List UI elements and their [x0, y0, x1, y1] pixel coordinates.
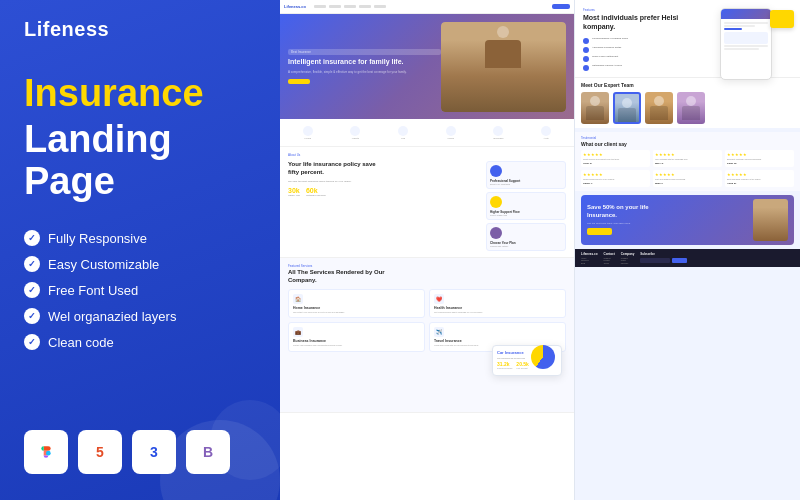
mobile-content: [721, 19, 771, 54]
nav-link-4: [359, 5, 371, 8]
circle-decoration-2: [210, 400, 290, 480]
service-card-business: 💼 Business Insurance Protect your busine…: [288, 322, 425, 352]
page-preview-left: Lifeness.co Best Insurance Intelligent i…: [280, 0, 575, 500]
hero-text-area: Best Insurance Intelligent insurance for…: [288, 49, 441, 83]
svg-point-0: [46, 451, 51, 456]
person-face: [497, 26, 509, 38]
right-panel: Lifeness.co Best Insurance Intelligent i…: [280, 0, 800, 500]
policy-stats: 30k Happy Life 60k Satisfied Services: [288, 187, 480, 197]
feature-item-4: Wel organazied layers: [24, 308, 256, 324]
nav-link-1: [314, 5, 326, 8]
policy-title: Your life insurance policy save fifty pe…: [288, 161, 388, 177]
services-grid: 🏠 Home Insurance We protect your home fr…: [288, 289, 566, 353]
home-icon: [303, 126, 313, 136]
footer-subscribe: [640, 258, 687, 263]
review-5: ★★★★★ Fast and reliable claim processing…: [653, 170, 722, 187]
stats-icon-bar: Home Health Life Travel Business: [280, 119, 574, 147]
team-member-1: [581, 92, 609, 124]
services-section: Featured Services All The Services Rende…: [280, 258, 574, 413]
auto-icon: [541, 126, 551, 136]
footer-col-lifeness: Lifeness.co About Services Blog: [581, 252, 598, 265]
home-service-icon: 🏠: [293, 294, 303, 304]
check-icon-3: [24, 282, 40, 298]
business-service-icon: 💼: [293, 327, 303, 337]
health-icon: [350, 126, 360, 136]
features-list: Fully Responsive Easy Customizable Free …: [24, 230, 256, 360]
support-card-1: Professional Support Expert 24/7 assista…: [486, 161, 566, 189]
support-card-3: Choose Your Plan Flexible plan options: [486, 223, 566, 251]
services-tag: Featured Services: [288, 264, 566, 268]
car-insurance-card: Car Insurance Sub Insurance will all ope…: [492, 345, 562, 376]
app-logo: Lifeness: [24, 18, 256, 41]
stat-auto: Auto: [541, 126, 551, 140]
review-1: ★★★★★ Great service and support from the…: [581, 150, 650, 167]
support-icon-1: [490, 165, 502, 177]
business-icon: [493, 126, 503, 136]
feature-item-1: Fully Responsive: [24, 230, 256, 246]
footer-col-company: Company Careers Press Partners: [621, 252, 635, 265]
hero-person: [441, 22, 566, 112]
person-body: [485, 40, 521, 68]
save-section: Save 50% on your life Insurance. Get the…: [581, 195, 794, 245]
prefer-title: Most individuals prefer Helsi kompany.: [583, 13, 683, 31]
prefer-section: Features Most individuals prefer Helsi k…: [575, 0, 800, 78]
policy-section: About Us Your life insurance policy save…: [280, 147, 574, 258]
mini-nav-btn[interactable]: [552, 4, 570, 9]
prefer-dot-2: [583, 47, 589, 53]
check-icon-1: [24, 230, 40, 246]
avatar-face-4: [686, 96, 696, 106]
car-stat-1: 31.2k Insurance people: [497, 361, 512, 369]
nav-link-3: [344, 5, 356, 8]
footer-subscribe-button[interactable]: [672, 258, 687, 263]
support-icon-2: [490, 196, 502, 208]
stat-60k: 60k Satisfied Services: [306, 187, 326, 197]
footer-email-input[interactable]: [640, 258, 670, 263]
save-person-image: [753, 199, 788, 241]
left-panel: Lifeness Insurance Landing Page Fully Re…: [0, 0, 280, 500]
life-icon: [398, 126, 408, 136]
prefer-dot-3: [583, 56, 589, 62]
review-4: ★★★★★ Would recommend to all my friends.…: [581, 170, 650, 187]
support-icon-3: [490, 227, 502, 239]
mini-nav-links: [314, 5, 386, 8]
stat-travel: Travel: [446, 126, 456, 140]
health-service-icon: ❤️: [434, 294, 444, 304]
nav-link-5: [374, 5, 386, 8]
feature-item-2: Easy Customizable: [24, 256, 256, 272]
feature-item-5: Clean code: [24, 334, 256, 350]
stat-home: Home: [303, 126, 313, 140]
stat-health: Health: [350, 126, 360, 140]
title-landing: Landing Page: [24, 119, 256, 203]
mini-footer: Lifeness.co About Services Blog Contact …: [575, 249, 800, 268]
travel-icon: [446, 126, 456, 136]
policy-content: Your life insurance policy save fifty pe…: [288, 161, 566, 251]
policy-desc: We offer the best insurance plans tailor…: [288, 180, 398, 184]
avatar-face-2: [622, 98, 632, 108]
testimonial-section: Testimonial What our client say ★★★★★ Gr…: [575, 132, 800, 191]
feature-item-3: Free Font Used: [24, 282, 256, 298]
avatar-face-3: [654, 96, 664, 106]
testimonial-tag: Testimonial: [581, 136, 794, 140]
html5-badge: 5: [78, 430, 122, 474]
service-card-health: ❤️ Health Insurance Get comprehensive he…: [429, 289, 566, 319]
hero-tag: Best Insurance: [288, 49, 441, 55]
travel-service-icon: ✈️: [434, 327, 444, 337]
review-2: ★★★★★ Very satisfied with the coverage p…: [653, 150, 722, 167]
save-cta-button[interactable]: [587, 228, 612, 235]
stat-life: Life: [398, 126, 408, 140]
pie-chart: [531, 345, 555, 369]
team-member-4: [677, 92, 705, 124]
hero-cta-button[interactable]: [288, 79, 310, 84]
nav-link-2: [329, 5, 341, 8]
avatar-face-1: [590, 96, 600, 106]
check-icon-4: [24, 308, 40, 324]
mobile-mockup: [720, 8, 772, 80]
stat-business: Business: [493, 126, 503, 140]
mini-nav: Lifeness.co: [280, 0, 574, 14]
pages-preview: Lifeness.co Best Insurance Intelligent i…: [280, 0, 800, 500]
yellow-accent-card: [770, 10, 794, 28]
team-member-3: [645, 92, 673, 124]
check-icon-2: [24, 256, 40, 272]
service-card-home: 🏠 Home Insurance We protect your home fr…: [288, 289, 425, 319]
policy-right: Professional Support Expert 24/7 assista…: [486, 161, 566, 251]
